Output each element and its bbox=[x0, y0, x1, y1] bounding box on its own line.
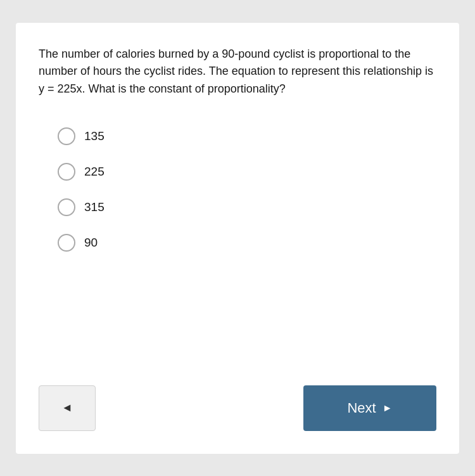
option-item-135[interactable]: 135 bbox=[58, 119, 436, 154]
back-button[interactable]: ◄ bbox=[39, 385, 96, 431]
option-item-225[interactable]: 225 bbox=[58, 154, 436, 190]
radio-90[interactable] bbox=[58, 234, 75, 252]
options-list: 135 225 315 90 bbox=[58, 119, 436, 261]
question-text: The number of calories burned by a 90-po… bbox=[39, 46, 436, 99]
quiz-card: The number of calories burned by a 90-po… bbox=[16, 23, 459, 454]
option-label-225: 225 bbox=[84, 165, 104, 179]
option-label-90: 90 bbox=[84, 236, 98, 250]
next-arrow-icon: ► bbox=[383, 402, 393, 414]
next-button[interactable]: Next ► bbox=[303, 385, 436, 431]
option-label-135: 135 bbox=[84, 129, 104, 143]
option-item-315[interactable]: 315 bbox=[58, 190, 436, 225]
radio-315[interactable] bbox=[58, 198, 75, 216]
radio-135[interactable] bbox=[58, 127, 75, 145]
footer: ◄ Next ► bbox=[39, 385, 436, 431]
option-label-315: 315 bbox=[84, 200, 104, 214]
radio-225[interactable] bbox=[58, 163, 75, 181]
next-button-label: Next bbox=[347, 400, 376, 416]
option-item-90[interactable]: 90 bbox=[58, 225, 436, 261]
back-icon: ◄ bbox=[61, 401, 73, 415]
